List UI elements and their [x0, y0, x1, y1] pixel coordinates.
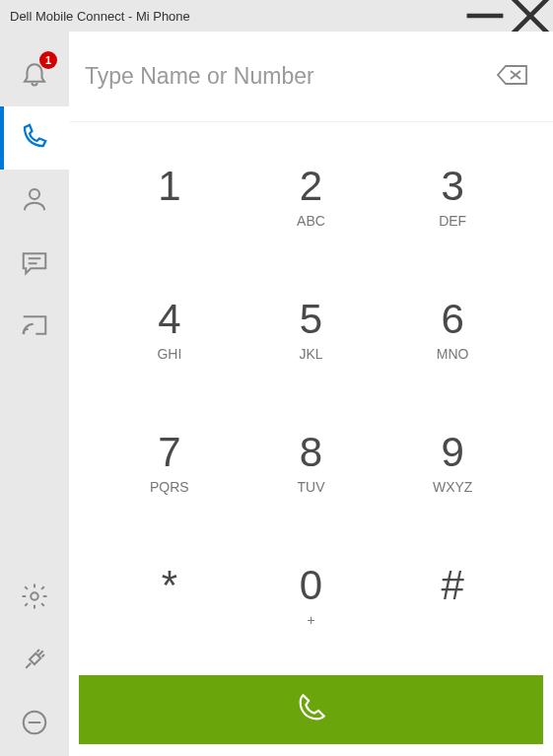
svg-point-3: [30, 189, 39, 199]
window-titlebar: Dell Mobile Connect - Mi Phone: [0, 0, 553, 32]
sidebar-item-calls[interactable]: [0, 106, 69, 170]
key-digit: *: [162, 565, 177, 606]
plug-icon: [20, 645, 49, 678]
sidebar-item-link[interactable]: [0, 630, 69, 693]
window-title: Dell Mobile Connect - Mi Phone: [10, 9, 462, 24]
phone-icon: [20, 121, 49, 155]
cast-icon: [20, 310, 49, 344]
key-5[interactable]: 5 JKL: [241, 265, 382, 398]
key-digit: 7: [158, 432, 180, 473]
key-6[interactable]: 6 MNO: [381, 265, 523, 398]
key-digit: 8: [300, 432, 322, 473]
message-icon: [20, 247, 49, 281]
key-letters: WXYZ: [433, 479, 472, 497]
key-letters: MNO: [437, 346, 469, 364]
key-digit: 9: [441, 432, 463, 473]
key-letters: PQRS: [150, 479, 189, 497]
sidebar-item-settings[interactable]: [0, 567, 69, 630]
gear-icon: [20, 582, 49, 615]
call-icon: [295, 691, 328, 728]
key-0[interactable]: 0 +: [241, 530, 382, 663]
dial-input-row: [69, 32, 553, 122]
sidebar-item-dnd[interactable]: [0, 693, 69, 756]
sidebar-item-messages[interactable]: [0, 233, 69, 296]
notification-badge: 1: [39, 51, 57, 69]
close-button[interactable]: [508, 0, 553, 32]
key-star[interactable]: *: [99, 530, 241, 663]
key-digit: 1: [158, 166, 180, 207]
key-letters: JKL: [299, 346, 322, 364]
key-digit: 6: [441, 299, 463, 340]
svg-line-8: [37, 650, 40, 653]
key-digit: 0: [300, 565, 322, 606]
key-2[interactable]: 2 ABC: [241, 132, 382, 265]
key-digit: 3: [441, 166, 463, 207]
key-hash[interactable]: #: [381, 530, 523, 663]
do-not-disturb-icon: [20, 708, 49, 741]
key-1[interactable]: 1: [99, 132, 241, 265]
svg-line-9: [42, 654, 45, 657]
key-letters: DEF: [439, 213, 466, 231]
minimize-button[interactable]: [462, 0, 508, 32]
backspace-button[interactable]: [496, 63, 529, 91]
key-4[interactable]: 4 GHI: [99, 265, 241, 398]
call-button[interactable]: [79, 675, 543, 744]
key-letters: +: [307, 612, 314, 630]
sidebar: 1: [0, 32, 69, 756]
dialpad: 1 2 ABC 3 DEF 4 GHI 5 JKL 6 MNO: [69, 122, 553, 663]
key-letters: TUV: [297, 479, 324, 497]
svg-point-7: [31, 592, 38, 600]
key-letters: GHI: [157, 346, 181, 364]
key-8[interactable]: 8 TUV: [241, 398, 382, 531]
key-7[interactable]: 7 PQRS: [99, 398, 241, 531]
dialer-panel: 1 2 ABC 3 DEF 4 GHI 5 JKL 6 MNO: [69, 32, 553, 756]
key-letters: ABC: [297, 213, 325, 231]
sidebar-item-contacts[interactable]: [0, 170, 69, 233]
dial-input[interactable]: [85, 63, 496, 90]
person-icon: [20, 184, 49, 218]
backspace-icon: [496, 63, 529, 91]
svg-point-6: [23, 332, 25, 334]
key-digit: 4: [158, 299, 180, 340]
key-digit: 5: [300, 299, 322, 340]
sidebar-item-mirroring[interactable]: [0, 296, 69, 359]
sidebar-item-notifications[interactable]: 1: [0, 43, 69, 106]
key-digit: 2: [300, 166, 322, 207]
key-digit: #: [441, 565, 463, 606]
key-9[interactable]: 9 WXYZ: [381, 398, 523, 531]
key-3[interactable]: 3 DEF: [381, 132, 523, 265]
